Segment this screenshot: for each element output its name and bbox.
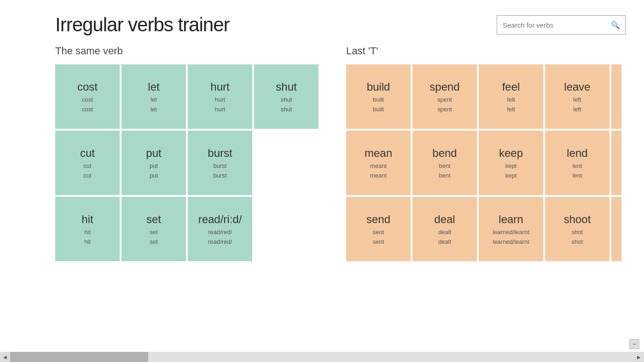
verb-card[interactable]: dealdealtdealt <box>412 197 477 261</box>
scroll-thumb[interactable] <box>10 352 148 362</box>
verb-past: lent <box>573 162 582 169</box>
verb-pp: let <box>151 106 157 113</box>
verb-pp: lent <box>573 172 582 179</box>
search-button[interactable]: 🔍 <box>606 15 625 34</box>
verb-past: let <box>151 96 157 103</box>
scroll-right-arrow[interactable]: ▶ <box>634 352 644 362</box>
verb-card[interactable]: bendbentbent <box>412 131 477 195</box>
verb-pp: learned/learnt <box>493 238 529 245</box>
section-same-verb-title: The same verb <box>55 45 319 57</box>
verb-pp: shut <box>281 106 292 113</box>
verb-past: read/red/ <box>208 229 232 236</box>
search-input[interactable] <box>497 17 606 33</box>
section-last-t: Last 'T' buildbuiltbuiltspendspentspentf… <box>346 45 621 261</box>
verb-base: feel <box>502 80 520 93</box>
verb-card[interactable]: cutcutcut <box>55 131 120 195</box>
verb-base: deal <box>434 213 455 226</box>
verb-base: keep <box>499 147 523 160</box>
verb-pp: sent <box>373 238 384 245</box>
verb-pp: left <box>573 106 581 113</box>
search-box: 🔍 <box>497 15 626 34</box>
verb-pp: put <box>150 172 158 179</box>
verb-base: hurt <box>210 80 229 93</box>
verb-card[interactable]: buildbuiltbuilt <box>346 64 411 129</box>
verb-base: send <box>366 213 390 226</box>
verb-card[interactable]: hithithit <box>55 197 120 261</box>
verb-card[interactable]: sendsentsent <box>346 197 411 261</box>
header: Irregular verbs trainer 🔍 <box>0 0 644 45</box>
verb-card[interactable]: shootshotshot <box>545 197 609 261</box>
verb-pp: cost <box>82 106 93 113</box>
verb-card[interactable]: hurthurthurt <box>188 64 252 129</box>
verb-card <box>611 131 621 195</box>
scrollbar: ◀ ▶ <box>0 352 644 362</box>
verb-base: learn <box>499 213 523 226</box>
verb-pp: read/red/ <box>208 238 232 245</box>
verb-pp: built <box>373 106 384 113</box>
verb-pp: spent <box>437 106 452 113</box>
verb-pp: dealt <box>438 238 451 245</box>
verb-pp: meant <box>370 172 387 179</box>
verb-past: hurt <box>215 96 225 103</box>
verb-card[interactable]: costcostcost <box>55 64 120 129</box>
verb-past: spent <box>437 96 452 103</box>
verb-pp: burst <box>214 172 227 179</box>
verb-base: spend <box>429 80 459 93</box>
verb-card <box>611 197 621 261</box>
verb-base: put <box>146 147 161 160</box>
verb-pp: felt <box>507 106 515 113</box>
verb-pp: hurt <box>215 106 225 113</box>
verb-pp: hit <box>84 238 91 245</box>
verb-base: lend <box>567 147 587 160</box>
verb-past: cut <box>83 162 91 169</box>
verb-card <box>611 64 621 129</box>
verb-past: shot <box>572 229 583 236</box>
section-last-t-title: Last 'T' <box>346 45 621 57</box>
verb-card[interactable]: setsetset <box>122 197 186 261</box>
verb-card[interactable]: learnlearned/learntlearned/learnt <box>479 197 543 261</box>
verb-pp: set <box>150 238 157 245</box>
last-t-grid: buildbuiltbuiltspendspentspentfeelfeltfe… <box>346 64 621 261</box>
verb-past: set <box>150 229 157 236</box>
verb-past: built <box>373 96 384 103</box>
verb-card[interactable]: keepkeptkept <box>479 131 543 195</box>
verb-past: felt <box>507 96 515 103</box>
verb-past: hit <box>84 229 91 236</box>
main-content: The same verb costcostcostletletlethurth… <box>0 45 644 261</box>
verb-card[interactable]: burstburstburst <box>188 131 252 195</box>
verb-card[interactable]: shutshutshut <box>254 64 319 129</box>
verb-base: cost <box>77 80 98 93</box>
verb-past: put <box>150 162 158 169</box>
scroll-track[interactable] <box>10 352 634 362</box>
verb-past: bent <box>439 162 450 169</box>
verb-card[interactable]: letletlet <box>122 64 186 129</box>
verb-pp: shot <box>572 238 583 245</box>
verb-base: mean <box>365 147 392 160</box>
verb-pp: kept <box>505 172 517 179</box>
verb-base: set <box>146 213 161 226</box>
verb-base: build <box>367 80 390 93</box>
zoom-minus-button[interactable]: − <box>629 339 639 349</box>
verb-card[interactable]: meanmeantmeant <box>346 131 411 195</box>
app-title: Irregular verbs trainer <box>55 14 229 36</box>
verb-past: dealt <box>438 229 451 236</box>
verb-past: meant <box>370 162 387 169</box>
same-verb-grid: costcostcostletletlethurthurthurtshutshu… <box>55 64 319 261</box>
verb-card[interactable]: spendspentspent <box>412 64 477 129</box>
verb-past: sent <box>373 229 384 236</box>
verb-base: shoot <box>564 213 591 226</box>
verb-base: let <box>148 80 159 93</box>
verb-card[interactable]: leaveleftleft <box>545 64 609 129</box>
verb-card[interactable]: putputput <box>122 131 186 195</box>
scroll-left-arrow[interactable]: ◀ <box>0 352 10 362</box>
verb-past: burst <box>214 162 227 169</box>
verb-past: shut <box>281 96 292 103</box>
verb-pp: cut <box>83 172 91 179</box>
verb-past: cost <box>82 96 93 103</box>
verb-card[interactable]: feelfeltfelt <box>479 64 543 129</box>
verb-card[interactable]: lendlentlent <box>545 131 609 195</box>
verb-base: cut <box>80 147 95 160</box>
verb-base: read/ri:d/ <box>198 213 242 226</box>
verb-past: learned/learnt <box>493 229 529 236</box>
verb-card[interactable]: read/ri:d/read/red/read/red/ <box>188 197 252 261</box>
